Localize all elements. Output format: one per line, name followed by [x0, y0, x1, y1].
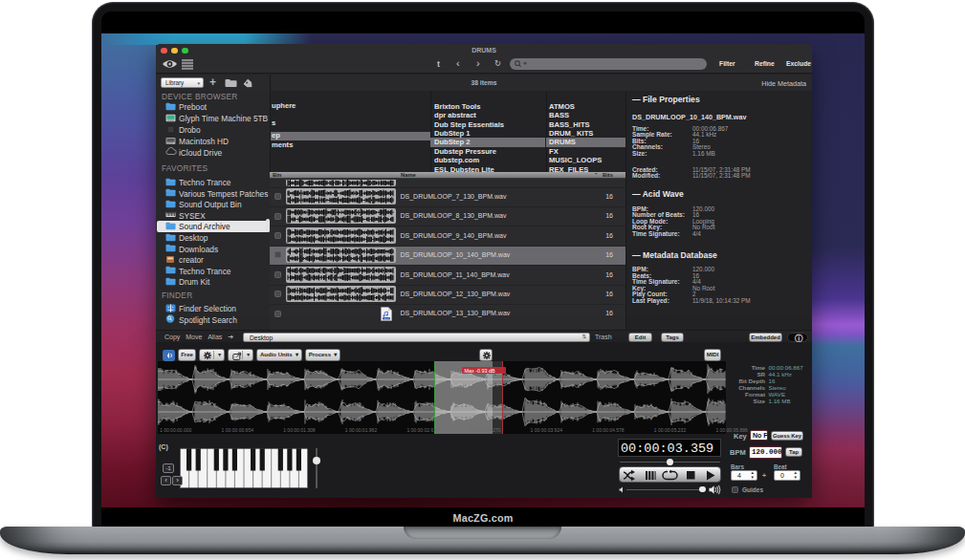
- svg-text:WAV: WAV: [384, 317, 389, 319]
